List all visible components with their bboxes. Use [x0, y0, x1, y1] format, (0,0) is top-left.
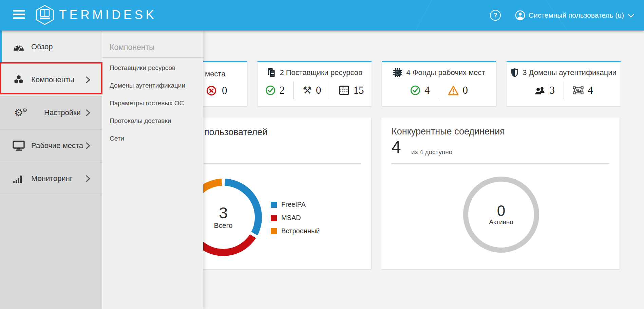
active-connections-ring: 0 Активно — [463, 177, 539, 253]
cubes-icon — [12, 75, 25, 85]
legend-label: FreeIPA — [281, 201, 306, 208]
stat-card-auth-domains: 3 Домены аутентификации 3 — [507, 61, 621, 106]
sidebar-item-components[interactable]: Компоненты — [0, 63, 102, 96]
microchip-icon — [393, 68, 402, 77]
legend-swatch-msad — [271, 215, 277, 221]
desktop-icon — [12, 141, 25, 151]
sidebar-item-settings[interactable]: ⚙⚙ Настройки — [0, 96, 102, 129]
chevron-down-icon — [628, 11, 634, 17]
sidebar-item-monitoring[interactable]: Мониторинг — [0, 162, 102, 195]
stat-card-title-fragment: места — [205, 70, 225, 78]
sidebar-item-label: Рабочие места — [31, 141, 83, 150]
user-menu[interactable]: Системный пользователь (u) — [515, 10, 633, 20]
stat-value: 15 — [353, 84, 364, 96]
top-header-bar: TERMIDESK ? Системный пользователь (u) — [0, 0, 644, 31]
hexagon-logo-icon — [35, 5, 54, 25]
object-group-icon — [573, 86, 584, 95]
chevron-right-icon — [86, 142, 90, 149]
tools-icon: ⚒ — [303, 85, 312, 95]
bar-chart-icon — [12, 174, 25, 183]
connections-card: Конкурентные соединения 4 из 4 доступно … — [381, 117, 620, 269]
circle-check-icon — [410, 85, 420, 95]
stat-card-title: 4 Фонды рабочих мест — [406, 68, 485, 77]
legend-label: MSAD — [281, 214, 301, 222]
card-divider — [392, 163, 609, 164]
table-icon — [339, 86, 349, 95]
brand-logo: TERMIDESK — [35, 5, 157, 25]
shield-icon — [511, 68, 519, 77]
available-count: 4 — [392, 137, 401, 157]
gears-icon: ⚙⚙ — [12, 108, 25, 117]
available-subtitle: из 4 доступно — [411, 148, 452, 156]
circle-check-icon — [265, 85, 276, 95]
chevron-right-icon — [86, 175, 90, 182]
stat-value: 4 — [588, 84, 593, 96]
help-icon[interactable]: ? — [490, 10, 501, 21]
sidebar-item-label: Мониторинг — [31, 174, 73, 183]
submenu-item-networks[interactable]: Сети — [102, 130, 203, 147]
brand-name: TERMIDESK — [59, 8, 157, 22]
circle-x-icon — [206, 86, 216, 96]
legend-item: FreeIPA — [271, 201, 320, 208]
stat-value: 2 — [280, 84, 285, 96]
gauge-icon — [12, 43, 25, 51]
user-avatar-icon — [515, 10, 525, 20]
stat-value: 0 — [463, 84, 468, 96]
card-title-fragment: пользователей — [204, 127, 267, 138]
submenu-item-guest-os-params[interactable]: Параметры гостевых ОС — [102, 94, 203, 112]
stat-card-desktop-pools: 4 Фонды рабочих мест 4 — [382, 61, 496, 106]
stat-card-title: 3 Домены аутентификации — [523, 68, 617, 77]
sidebar-nav: Обзор Компоненты ⚙⚙ Настройки — [0, 31, 102, 309]
donut-legend: FreeIPA MSAD Встроенный — [271, 201, 320, 240]
flyout-title: Компоненты — [110, 43, 203, 52]
legend-swatch-freeipa — [271, 202, 277, 208]
legend-item: Встроенный — [271, 227, 320, 235]
components-flyout-menu: Компоненты Поставщики ресурсов Домены ау… — [102, 31, 203, 309]
stat-value: 3 — [550, 84, 555, 96]
copy-icon — [267, 68, 276, 77]
stat-card-resource-providers: 2 Поставщики ресурсов 2 ⚒ 0 — [258, 61, 372, 106]
submenu-item-resource-providers[interactable]: Поставщики ресурсов — [102, 59, 203, 77]
chevron-right-icon — [86, 76, 90, 84]
submenu-item-delivery-protocols[interactable]: Протоколы доставки — [102, 112, 203, 130]
users-icon — [534, 86, 546, 95]
legend-label: Встроенный — [281, 227, 320, 235]
user-name: Системный пользователь (u) — [529, 11, 624, 19]
donut-center-label: Всего — [214, 221, 232, 230]
submenu-item-auth-domains[interactable]: Домены аутентификации — [102, 77, 203, 94]
ring-center-label: Активно — [489, 218, 513, 226]
sidebar-item-workplaces[interactable]: Рабочие места — [0, 129, 102, 162]
chevron-right-icon — [86, 109, 90, 116]
header-decoration-line — [405, 0, 437, 51]
card-title: Конкурентные соединения — [392, 126, 505, 137]
stat-value: 4 — [424, 84, 430, 96]
warning-icon — [448, 86, 459, 95]
donut-center-value: 3 — [219, 205, 228, 221]
legend-item: MSAD — [271, 214, 320, 222]
sidebar-item-overview[interactable]: Обзор — [0, 31, 102, 63]
ring-center-value: 0 — [497, 203, 505, 218]
legend-swatch-builtin — [271, 228, 277, 234]
sidebar-item-label: Компоненты — [31, 75, 74, 84]
termidesk-dashboard: TERMIDESK ? Системный пользователь (u) — [0, 0, 644, 309]
stat-card-title: 2 Поставщики ресурсов — [280, 68, 362, 77]
hamburger-menu-icon[interactable] — [13, 10, 25, 21]
sidebar-item-label: Обзор — [31, 42, 53, 51]
sidebar-item-label: Настройки — [44, 108, 81, 117]
stat-value: 0 — [316, 84, 321, 96]
stat-value: 0 — [222, 85, 227, 97]
